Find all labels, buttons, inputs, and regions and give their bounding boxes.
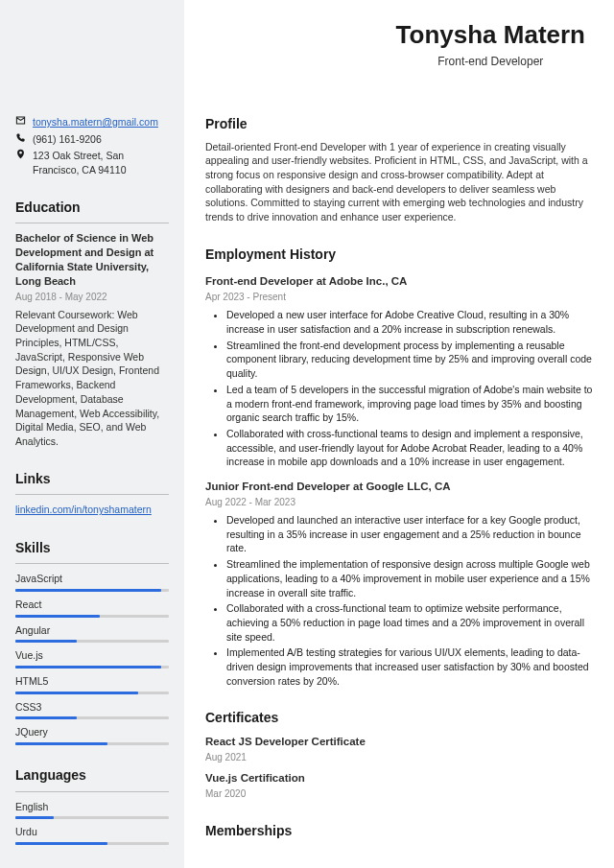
skill-bar-fill <box>15 615 100 618</box>
skill-bar-fill <box>15 742 107 745</box>
job-title: Front-end Developer at Adobe Inc., CA <box>205 273 593 289</box>
certificate-name: Vue.js Certification <box>205 770 593 786</box>
job-title: Junior Front-end Developer at Google LLC… <box>205 479 593 494</box>
skill-row: HTML5 <box>15 674 169 694</box>
skill-row: CSS3 <box>15 700 169 720</box>
divider <box>15 791 169 792</box>
employment-section: Employment History Front-end Developer a… <box>205 246 593 689</box>
job-bullet: Collaborated with a cross-functional tea… <box>226 601 593 644</box>
address-text: 123 Oak Street, San Francisco, CA 94110 <box>33 149 169 176</box>
skill-name: CSS3 <box>15 700 169 715</box>
location-icon <box>15 149 26 159</box>
skill-bar-fill <box>15 640 77 643</box>
certificate-name: React JS Developer Certificate <box>205 734 593 749</box>
job-dates: Apr 2023 - Present <box>205 291 593 304</box>
language-bar <box>15 842 169 845</box>
job-bullet: Streamlined the front-end development pr… <box>226 339 593 381</box>
job-bullets: Developed and launched an interactive us… <box>205 513 593 688</box>
job-bullet: Collaborated with cross-functional teams… <box>226 427 593 469</box>
language-bar-fill <box>15 816 54 819</box>
divider <box>15 223 169 223</box>
language-name: Urdu <box>15 825 169 839</box>
skill-name: JQuery <box>15 725 169 739</box>
contact-address-row: 123 Oak Street, San Francisco, CA 94110 <box>15 149 169 176</box>
skill-row: JavaScript <box>15 572 169 592</box>
skill-bar <box>15 640 169 643</box>
skills-heading: Skills <box>15 539 169 558</box>
jobs-list: Front-end Developer at Adobe Inc., CAApr… <box>205 273 593 688</box>
skill-name: JavaScript <box>15 572 169 586</box>
links-heading: Links <box>15 470 169 489</box>
job-bullets: Developed a new user interface for Adobe… <box>205 308 593 469</box>
language-row: English <box>15 800 169 820</box>
profile-section: Profile Detail-oriented Front-end Develo… <box>205 115 593 224</box>
skill-bar-fill <box>15 666 161 669</box>
skill-name: HTML5 <box>15 674 169 689</box>
linkedin-link[interactable]: linkedin.com/in/tonyshamatern <box>15 504 152 515</box>
skill-bar <box>15 716 169 719</box>
skill-bar-fill <box>15 716 77 719</box>
language-bar <box>15 816 169 819</box>
contact-email-row: tonysha.matern@gmail.com <box>15 115 169 129</box>
memberships-heading: Memberships <box>205 822 593 841</box>
phone-text: (961) 161-9206 <box>33 132 102 147</box>
job-bullet: Developed a new user interface for Adobe… <box>226 308 593 336</box>
employment-heading: Employment History <box>205 246 593 265</box>
skill-name: Angular <box>15 623 169 638</box>
skill-bar-fill <box>15 589 161 592</box>
languages-list: EnglishUrdu <box>15 800 169 845</box>
languages-heading: Languages <box>15 766 169 786</box>
job-title-subheading: Front-end Developer <box>396 54 585 70</box>
skill-bar <box>15 589 169 592</box>
job-bullet: Developed and launched an interactive us… <box>226 513 593 555</box>
skill-name: Vue.js <box>15 648 169 663</box>
education-heading: Education <box>15 199 169 218</box>
skill-bar <box>15 666 169 669</box>
skill-bar <box>15 742 169 745</box>
job-bullet: Led a team of 5 developers in the succes… <box>226 383 593 425</box>
skill-bar <box>15 615 169 618</box>
phone-icon <box>15 132 26 143</box>
language-row: Urdu <box>15 825 169 845</box>
education-degree: Bachelor of Science in Web Development a… <box>15 231 169 288</box>
certificates-section: Certificates React JS Developer Certific… <box>205 709 593 801</box>
divider <box>15 494 169 495</box>
job-bullet: Implemented A/B testing strategies for v… <box>226 645 593 688</box>
job-dates: Aug 2022 - Mar 2023 <box>205 496 593 509</box>
certificate-date: Mar 2020 <box>205 787 593 801</box>
profile-heading: Profile <box>205 115 593 134</box>
certificates-heading: Certificates <box>205 709 593 728</box>
main-content: Profile Detail-oriented Front-end Develo… <box>184 0 614 868</box>
profile-text: Detail-oriented Front-end Developer with… <box>205 140 593 224</box>
skills-list: JavaScriptReactAngularVue.jsHTML5CSS3JQu… <box>15 572 169 745</box>
memberships-section: Memberships <box>205 822 593 841</box>
skill-row: Angular <box>15 623 169 644</box>
skill-row: Vue.js <box>15 648 169 669</box>
skill-row: JQuery <box>15 725 169 745</box>
certificate-date: Aug 2021 <box>205 751 593 764</box>
skill-name: React <box>15 598 169 612</box>
contact-phone-row: (961) 161-9206 <box>15 132 169 147</box>
language-name: English <box>15 800 169 814</box>
language-bar-fill <box>15 842 107 845</box>
sidebar: tonysha.matern@gmail.com (961) 161-9206 … <box>0 0 184 868</box>
education-dates: Aug 2018 - May 2022 <box>15 291 169 304</box>
skill-row: React <box>15 598 169 618</box>
email-link[interactable]: tonysha.matern@gmail.com <box>33 115 158 129</box>
skill-bar-fill <box>15 692 138 694</box>
certificates-list: React JS Developer CertificateAug 2021Vu… <box>205 734 593 801</box>
header: Tonysha Matern Front-end Developer <box>396 17 585 70</box>
divider <box>15 563 169 564</box>
name-heading: Tonysha Matern <box>396 17 585 52</box>
email-icon <box>15 115 26 126</box>
education-coursework: Relevant Coursework: Web Development and… <box>15 308 169 449</box>
job-bullet: Streamlined the implementation of respon… <box>226 557 593 599</box>
skill-bar <box>15 692 169 694</box>
